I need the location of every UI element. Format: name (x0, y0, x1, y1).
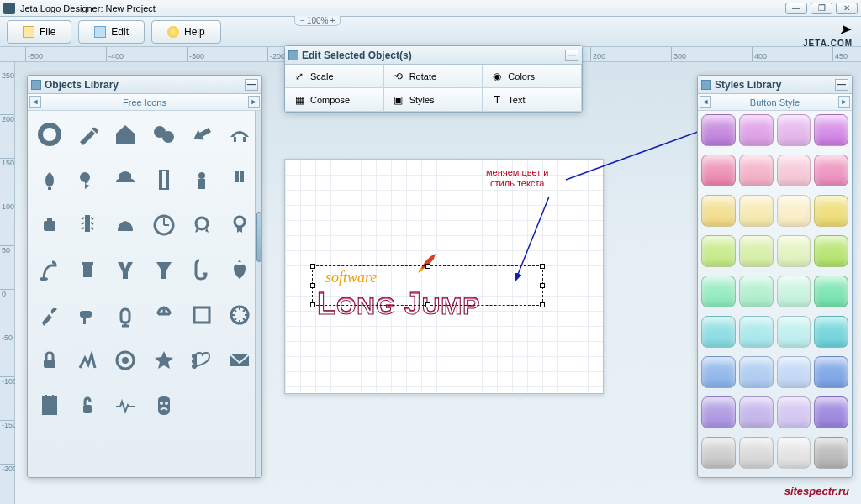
library-icon[interactable] (145, 386, 182, 426)
style-swatch[interactable] (701, 235, 736, 267)
zoom-indicator[interactable]: −100%+ (294, 16, 341, 26)
prev-style-button[interactable]: ◄ (700, 96, 711, 108)
style-swatch[interactable] (701, 316, 736, 348)
style-swatch[interactable] (739, 155, 774, 186)
library-icon[interactable] (183, 295, 219, 335)
maximize-button[interactable]: ❐ (811, 3, 832, 14)
library-icon[interactable] (145, 205, 182, 245)
library-icon[interactable] (222, 114, 258, 155)
library-icon[interactable] (183, 160, 219, 200)
library-icon[interactable] (69, 114, 105, 155)
text-button[interactable]: TText (483, 88, 582, 112)
library-icon[interactable] (222, 160, 258, 200)
library-icon[interactable] (222, 295, 258, 335)
collapse-button[interactable]: — (565, 50, 578, 61)
library-icon[interactable] (31, 160, 67, 200)
library-icon[interactable] (145, 430, 182, 470)
styles-panel-header[interactable]: Styles Library — (698, 76, 852, 94)
library-icon[interactable] (108, 340, 144, 381)
library-icon[interactable] (108, 205, 144, 245)
style-swatch[interactable] (814, 396, 848, 428)
style-swatch[interactable] (739, 396, 774, 428)
resize-handle-tm[interactable] (425, 264, 430, 269)
collapse-button[interactable]: — (245, 79, 258, 91)
style-swatch[interactable] (701, 114, 736, 146)
style-swatch[interactable] (701, 356, 736, 388)
library-icon[interactable] (145, 249, 182, 290)
library-icon[interactable] (108, 295, 144, 335)
library-icon[interactable] (69, 249, 105, 290)
library-icon[interactable] (31, 340, 67, 381)
style-swatch[interactable] (814, 155, 848, 186)
workspace[interactable]: software LONG JUMP меняем цвет истиль те… (15, 62, 861, 504)
style-swatch[interactable] (701, 276, 736, 307)
compose-button[interactable]: ▦Compose (285, 88, 384, 112)
style-swatch[interactable] (739, 437, 774, 469)
colors-button[interactable]: ◉Colors (483, 65, 582, 88)
prev-category-button[interactable]: ◄ (29, 96, 41, 108)
library-icon[interactable] (222, 249, 258, 290)
library-icon[interactable] (183, 430, 219, 470)
library-icon[interactable] (69, 386, 105, 426)
library-icon[interactable] (183, 205, 219, 245)
edit-menu[interactable]: Edit (78, 20, 145, 44)
library-icon[interactable] (69, 295, 105, 335)
style-swatch[interactable] (777, 437, 811, 469)
library-icon[interactable] (108, 430, 144, 470)
library-icon[interactable] (183, 340, 219, 381)
rotate-button[interactable]: ⟲Rotate (384, 65, 483, 88)
library-icon[interactable] (31, 114, 67, 155)
style-swatch[interactable] (814, 235, 848, 267)
resize-handle-bm[interactable] (425, 302, 430, 307)
collapse-button[interactable]: — (835, 79, 848, 91)
next-category-button[interactable]: ► (248, 96, 260, 108)
library-icon[interactable] (222, 340, 258, 381)
library-icon[interactable] (183, 249, 219, 290)
style-swatch[interactable] (777, 276, 811, 307)
style-swatch[interactable] (814, 316, 848, 348)
style-swatch[interactable] (701, 396, 736, 428)
library-icon[interactable] (108, 114, 144, 155)
style-swatch[interactable] (739, 235, 774, 267)
style-swatch[interactable] (777, 396, 811, 428)
library-icon[interactable] (69, 430, 105, 470)
library-icon[interactable] (145, 295, 182, 335)
library-icon[interactable] (31, 249, 67, 290)
style-swatch[interactable] (739, 195, 774, 227)
close-button[interactable]: ✕ (836, 3, 858, 14)
style-swatch[interactable] (739, 316, 774, 348)
library-icon[interactable] (108, 249, 144, 290)
style-swatch[interactable] (814, 437, 848, 469)
style-swatch[interactable] (814, 356, 848, 388)
file-menu[interactable]: File (7, 20, 71, 44)
style-swatch[interactable] (739, 356, 774, 388)
library-icon[interactable] (31, 386, 67, 426)
library-icon[interactable] (69, 205, 105, 245)
scale-button[interactable]: ⤢Scale (285, 65, 384, 88)
library-icon[interactable] (108, 160, 144, 200)
objects-panel-header[interactable]: Objects Library — (28, 76, 261, 94)
style-swatch[interactable] (701, 437, 736, 469)
style-swatch[interactable] (777, 316, 811, 348)
resize-handle-ml[interactable] (310, 283, 315, 288)
resize-handle-br[interactable] (540, 302, 545, 307)
style-swatch[interactable] (814, 276, 848, 307)
library-icon[interactable] (145, 340, 182, 381)
style-swatch[interactable] (701, 155, 736, 186)
style-swatch[interactable] (777, 155, 811, 186)
style-swatch[interactable] (814, 114, 848, 146)
library-icon[interactable] (222, 430, 258, 470)
style-swatch[interactable] (777, 235, 811, 267)
library-icon[interactable] (31, 205, 67, 245)
style-swatch[interactable] (777, 356, 811, 388)
library-icon[interactable] (69, 160, 105, 200)
library-icon[interactable] (183, 114, 219, 155)
help-menu[interactable]: Help (151, 20, 221, 44)
canvas[interactable]: software LONG JUMP (284, 159, 604, 394)
style-swatch[interactable] (777, 195, 811, 227)
resize-handle-tr[interactable] (540, 264, 545, 269)
styles-button[interactable]: ▣Styles (384, 88, 483, 112)
library-icon[interactable] (69, 340, 105, 381)
library-icon[interactable] (222, 205, 258, 245)
scrollbar-thumb[interactable] (256, 212, 261, 262)
